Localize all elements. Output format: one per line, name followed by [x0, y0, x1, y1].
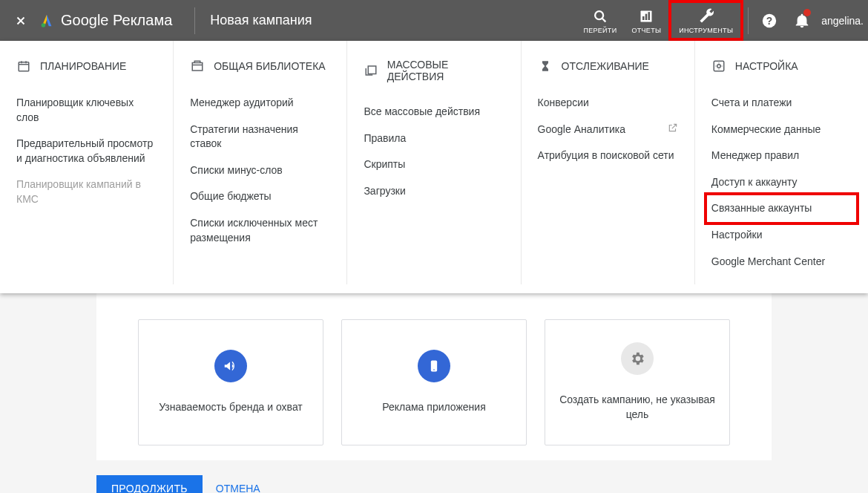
bar-chart-icon: [639, 7, 654, 25]
menu-col-setup: НАСТРОЙКА Счета и платежи Коммерческие д…: [695, 41, 868, 284]
link-keyword-planner[interactable]: Планировщик ключевых слов: [16, 90, 157, 131]
link-ad-preview[interactable]: Предварительный просмотр и диагностика о…: [16, 131, 157, 172]
link-bid-strategies[interactable]: Стратегии назначения ставок: [190, 117, 330, 157]
smartphone-icon: [418, 350, 450, 382]
link-business-data[interactable]: Коммерческие данные: [711, 117, 852, 143]
link-placement-exclusions[interactable]: Списки исключенных мест размещения: [190, 210, 330, 251]
search-icon: [592, 7, 608, 25]
link-policy-manager[interactable]: Менеджер правил: [711, 143, 852, 169]
link-linked-accounts[interactable]: Связанные аккаунты: [704, 192, 859, 225]
go-label: ПЕРЕЙТИ: [583, 27, 617, 34]
link-audience-manager[interactable]: Менеджер аудиторий: [190, 90, 330, 117]
page-title: Новая кампания: [210, 13, 312, 28]
svg-text:?: ?: [766, 15, 772, 26]
svg-point-0: [42, 23, 46, 27]
link-analytics[interactable]: Google Аналитика: [538, 117, 678, 143]
calendar-icon: [16, 59, 31, 74]
hourglass-icon: [538, 59, 553, 74]
link-rules[interactable]: Правила: [364, 125, 504, 152]
svg-rect-4: [645, 13, 648, 19]
cancel-button[interactable]: ОТМЕНА: [216, 483, 260, 493]
svg-rect-10: [368, 66, 376, 74]
gear-square-icon: [711, 59, 726, 74]
svg-rect-9: [192, 63, 203, 71]
continue-button[interactable]: ПРОДОЛЖИТЬ: [96, 475, 203, 493]
menu-col-bulk: МАССОВЫЕ ДЕЙСТВИЯ Все массовые действия …: [347, 41, 521, 284]
svg-point-14: [433, 369, 435, 370]
col-header-setup: НАСТРОЙКА: [711, 59, 852, 74]
col-title-bulk: МАССОВЫЕ ДЕЙСТВИЯ: [387, 59, 504, 82]
option-nogoal-label: Создать кампанию, не указывая цель: [554, 393, 720, 422]
notifications-button[interactable]: [786, 0, 818, 41]
tools-button[interactable]: ИНСТРУМЕНТЫ: [668, 0, 743, 41]
logo-text: Google Реклама: [61, 12, 172, 29]
option-row: Узнаваемость бренда и охват Реклама прил…: [119, 319, 749, 445]
option-app-promotion[interactable]: Реклама приложения: [341, 319, 527, 445]
svg-rect-8: [19, 62, 29, 71]
wrench-icon: [697, 7, 715, 25]
link-scripts[interactable]: Скрипты: [364, 151, 504, 178]
link-conversions[interactable]: Конверсии: [538, 90, 678, 117]
link-all-bulk[interactable]: Все массовые действия: [364, 99, 504, 125]
campaign-goal-card: Узнаваемость бренда и охват Реклама прил…: [96, 293, 772, 460]
reports-button[interactable]: ОТЧЕТЫ: [624, 0, 668, 41]
header-divider-2: [748, 7, 749, 34]
col-title-planning: ПЛАНИРОВАНИЕ: [40, 60, 126, 72]
stack-icon: [364, 63, 378, 78]
tools-megamenu: ПЛАНИРОВАНИЕ Планировщик ключевых слов П…: [0, 41, 868, 293]
header-divider: [194, 7, 195, 34]
megaphone-icon: [214, 350, 247, 382]
menu-col-tracking: ОТСЛЕЖИВАНИЕ Конверсии Google Аналитика …: [522, 41, 695, 284]
help-button[interactable]: ?: [753, 0, 786, 41]
col-header-bulk: МАССОВЫЕ ДЕЙСТВИЯ: [364, 59, 504, 82]
col-header-library: ОБЩАЯ БИБЛИОТЕКА: [190, 59, 330, 74]
go-button[interactable]: ПЕРЕЙТИ: [576, 0, 624, 41]
col-title-setup: НАСТРОЙКА: [735, 60, 798, 72]
google-ads-logo-icon: [39, 13, 55, 29]
svg-point-12: [717, 65, 721, 68]
link-account-access[interactable]: Доступ к аккаунту: [711, 169, 852, 196]
action-row: ПРОДОЛЖИТЬ ОТМЕНА: [96, 475, 772, 493]
col-title-library: ОБЩАЯ БИБЛИОТЕКА: [214, 60, 326, 72]
option-no-goal[interactable]: Создать кампанию, не указывая цель: [545, 319, 730, 445]
header-right: ПЕРЕЙТИ ОТЧЕТЫ ИНСТРУМЕНТЫ ? angelina.: [576, 0, 868, 41]
option-brand-label: Узнаваемость бренда и охват: [159, 400, 303, 415]
link-merchant-center[interactable]: Google Merchant Center: [711, 249, 852, 275]
reports-label: ОТЧЕТЫ: [631, 27, 661, 34]
svg-rect-3: [642, 16, 645, 20]
menu-col-library: ОБЩАЯ БИБЛИОТЕКА Менеджер аудиторий Стра…: [174, 41, 347, 284]
link-shared-budgets[interactable]: Общие бюджеты: [190, 183, 330, 210]
link-billing[interactable]: Счета и платежи: [711, 90, 852, 117]
col-title-tracking: ОТСЛЕЖИВАНИЕ: [562, 60, 649, 72]
col-header-planning: ПЛАНИРОВАНИЕ: [16, 59, 157, 74]
external-link-icon: [668, 123, 678, 137]
link-negative-keywords[interactable]: Списки минус-слов: [190, 157, 330, 184]
link-uploads[interactable]: Загрузки: [364, 178, 504, 205]
link-search-attribution[interactable]: Атрибуция в поисковой сети: [538, 143, 678, 169]
close-icon[interactable]: [10, 10, 31, 31]
menu-col-planning: ПЛАНИРОВАНИЕ Планировщик ключевых слов П…: [0, 41, 174, 284]
brand-logo[interactable]: Google Реклама: [39, 12, 172, 29]
option-app-label: Реклама приложения: [382, 400, 485, 415]
gear-icon: [621, 342, 654, 375]
svg-rect-11: [714, 61, 724, 71]
tools-label: ИНСТРУМЕНТЫ: [679, 27, 733, 34]
link-preferences[interactable]: Настройки: [711, 222, 852, 249]
link-display-planner: Планировщик кампаний в КМС: [16, 172, 157, 212]
help-icon: ?: [761, 13, 777, 29]
svg-point-1: [595, 11, 603, 19]
app-header: Google Реклама Новая кампания ПЕРЕЙТИ ОТ…: [0, 0, 868, 41]
option-brand-awareness[interactable]: Узнаваемость бренда и охват: [138, 319, 323, 445]
col-header-tracking: ОТСЛЕЖИВАНИЕ: [538, 59, 678, 74]
svg-rect-5: [648, 12, 651, 20]
library-icon: [190, 59, 205, 74]
link-analytics-label: Google Аналитика: [538, 123, 625, 137]
account-name[interactable]: angelina.: [818, 0, 868, 41]
